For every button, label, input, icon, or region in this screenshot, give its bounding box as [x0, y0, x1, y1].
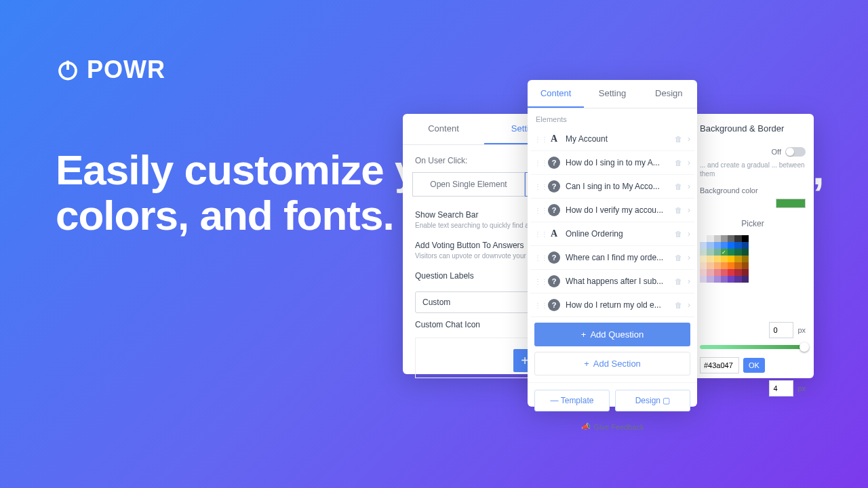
element-item[interactable]: ⋮⋮AOnline Ordering🗑› [530, 222, 694, 246]
element-item[interactable]: ⋮⋮?How do I sing in to my A...🗑› [530, 151, 694, 175]
tab-setting-front[interactable]: Setting [584, 80, 640, 108]
elements-section-label: Elements [528, 108, 697, 127]
brand-name: POWR [87, 56, 165, 84]
element-label: How do I sing in to my A... [566, 158, 669, 167]
element-item[interactable]: ⋮⋮?Where can I find my orde...🗑› [530, 246, 694, 270]
question-icon: ? [548, 204, 560, 216]
alpha-slider[interactable] [700, 345, 806, 349]
drag-handle-icon[interactable]: ⋮⋮ [534, 230, 542, 238]
trash-icon[interactable]: 🗑 [675, 277, 682, 285]
bg-color-swatch[interactable] [776, 199, 806, 208]
tab-content[interactable]: Content [403, 114, 484, 144]
trash-icon[interactable]: 🗑 [675, 230, 682, 238]
toggle-off-label: Off [772, 148, 781, 156]
question-icon: ? [548, 299, 560, 311]
design-section-header: Background & Border [692, 114, 814, 143]
element-label: Where can I find my orde... [566, 253, 669, 262]
color-palette[interactable]: ✓ [700, 235, 749, 317]
tab-design-front[interactable]: Design [641, 80, 697, 108]
question-icon: ? [548, 157, 560, 169]
plus-icon: + [584, 359, 589, 369]
template-button[interactable]: — Template [534, 390, 610, 411]
design-button[interactable]: Design ▢ [615, 390, 690, 411]
question-icon: ? [548, 251, 560, 264]
trash-icon[interactable]: 🗑 [675, 206, 682, 214]
drag-handle-icon[interactable]: ⋮⋮ [534, 159, 542, 167]
drag-handle-icon[interactable]: ⋮⋮ [534, 207, 542, 214]
element-item[interactable]: ⋮⋮?What happens after I sub...🗑› [530, 270, 694, 293]
tab-content-front[interactable]: Content [528, 80, 584, 108]
megaphone-icon: 📣 [581, 422, 591, 431]
bg-color-label: Background color [692, 184, 814, 197]
trash-icon[interactable]: 🗑 [675, 135, 682, 143]
content-panel: Content Setting Design Elements ⋮⋮AMy Ac… [528, 80, 697, 407]
element-label: How do I return my old e... [566, 300, 669, 310]
trash-icon[interactable]: 🗑 [675, 159, 682, 167]
chevron-right-icon[interactable]: › [688, 277, 690, 286]
picker-label: Picker [692, 215, 814, 232]
text-icon: A [548, 228, 560, 240]
drag-handle-icon[interactable]: ⋮⋮ [534, 278, 542, 285]
chevron-right-icon[interactable]: › [688, 205, 690, 215]
element-item[interactable]: ⋮⋮AMy Account🗑› [530, 127, 694, 151]
trash-icon[interactable]: 🗑 [675, 182, 682, 190]
chevron-right-icon[interactable]: › [688, 300, 690, 310]
px-input-4[interactable] [769, 380, 793, 396]
text-icon: A [548, 133, 560, 145]
design-panel: Background & Border Off ... and create a… [692, 114, 814, 378]
add-section-button[interactable]: +Add Section [534, 352, 690, 375]
element-item[interactable]: ⋮⋮?How do I return my old e...🗑› [530, 293, 694, 317]
element-label: My Account [566, 134, 669, 144]
chevron-right-icon[interactable]: › [688, 134, 690, 144]
gradient-desc: ... and create a gradual ... between the… [692, 161, 814, 184]
element-label: How do I verify my accou... [566, 205, 669, 215]
element-label: Can I sing in to My Acco... [566, 182, 669, 191]
px-unit: px [797, 326, 806, 334]
element-item[interactable]: ⋮⋮?Can I sing in to My Acco...🗑› [530, 175, 694, 199]
element-label: Online Ordering [566, 229, 669, 239]
hex-input[interactable] [700, 357, 739, 373]
give-feedback-link[interactable]: 📣Give Feedback [528, 418, 697, 438]
gradient-toggle[interactable] [785, 147, 806, 157]
add-question-button[interactable]: +Add Question [534, 323, 690, 346]
powr-icon [56, 58, 80, 82]
open-single-button[interactable]: Open Single Element [412, 172, 525, 197]
ok-button[interactable]: OK [743, 358, 765, 373]
trash-icon[interactable]: 🗑 [675, 301, 682, 309]
trash-icon[interactable]: 🗑 [675, 253, 682, 262]
chevron-right-icon[interactable]: › [688, 182, 690, 191]
element-label: What happens after I sub... [566, 277, 669, 286]
drag-handle-icon[interactable]: ⋮⋮ [534, 136, 542, 143]
px-input-0[interactable] [769, 322, 793, 338]
chevron-right-icon[interactable]: › [688, 253, 690, 262]
drag-handle-icon[interactable]: ⋮⋮ [534, 254, 542, 262]
chevron-right-icon[interactable]: › [688, 229, 690, 239]
drag-handle-icon[interactable]: ⋮⋮ [534, 302, 542, 309]
plus-icon: + [581, 329, 587, 340]
brand-logo: POWR [56, 56, 165, 84]
drag-handle-icon[interactable]: ⋮⋮ [534, 183, 542, 190]
question-icon: ? [548, 180, 560, 192]
question-icon: ? [548, 275, 560, 287]
element-item[interactable]: ⋮⋮?How do I verify my accou...🗑› [530, 199, 694, 222]
px-unit-2: px [797, 384, 806, 392]
chevron-right-icon[interactable]: › [688, 158, 690, 167]
